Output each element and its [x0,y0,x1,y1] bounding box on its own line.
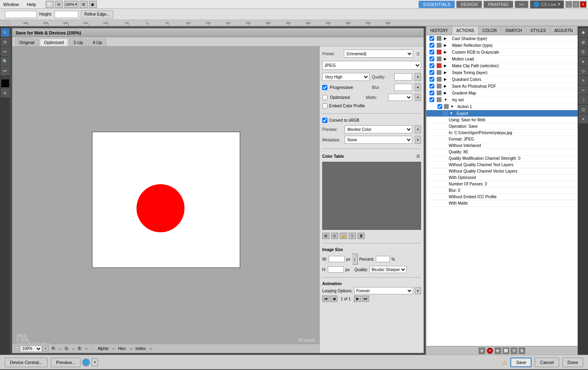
panel-tab-color[interactable]: COLOR [479,26,502,35]
action-save-pdf[interactable]: ▶ Save As Photoshop PDF [426,83,578,90]
quality-dropdown-btn[interactable]: ▾ [415,73,421,81]
minus-zoom[interactable]: - [15,346,19,351]
refine-edge-btn[interactable]: Refine Edge... [81,10,113,18]
ct-btn-lock[interactable]: 🔒 [340,233,347,239]
format-select[interactable]: JPEG PNG-8 PNG-24 GIF [322,61,421,70]
tool-lasso[interactable]: ⟳ [1,38,10,46]
panel-tab-swatch[interactable]: SWATCH [501,26,526,35]
rt-btn-10[interactable]: ✕ [579,115,588,123]
action-quad-check[interactable] [429,77,434,82]
toolbar-zoom-select[interactable]: 100% ▾ [64,1,78,8]
looping-dropdown-btn[interactable]: ▾ [415,287,421,294]
preset-menu-icon[interactable]: ☰ [415,50,421,57]
play-action-btn[interactable]: ▶ [495,348,501,354]
stop-btn[interactable]: ■ [479,348,485,354]
workspace-btn-essentials[interactable]: ESSENTIALS [419,1,455,8]
ct-btn-map[interactable]: ⊞ [322,233,329,239]
cs-live-btn[interactable]: CS Live ▾ [530,0,564,8]
action-expand-3[interactable]: ▶ [444,50,450,54]
embed-color-checkbox[interactable] [322,103,327,109]
action-myset-folder[interactable]: ▼ my set [426,97,578,103]
rt-btn-1[interactable]: ✱ [579,28,588,37]
tool-crop[interactable]: ✂ [1,47,10,56]
rt-btn-3[interactable]: ☰ [579,47,588,56]
action-expand-7[interactable]: ▶ [444,77,450,81]
is-quality-select[interactable]: Bicubic Sharper [369,266,407,273]
progressive-checkbox[interactable] [322,85,327,90]
action-export-expand[interactable]: ▼ [450,111,455,115]
width-input[interactable] [5,11,37,18]
preset-select[interactable]: [Unnamed] [344,50,413,58]
action-water-ref-check[interactable] [429,43,434,48]
panel-tab-styles[interactable]: STYLES [526,26,550,35]
image-width-input[interactable]: 399 [329,256,345,262]
preview-btn[interactable]: Preview... [51,358,80,367]
device-central-btn[interactable]: Device Central... [5,358,48,367]
action-expand-1[interactable]: ▶ [444,36,450,40]
play-prev-btn[interactable]: ◀ [330,296,337,302]
tab-4up[interactable]: 4-Up [88,38,106,46]
ct-btn-web[interactable]: ⊙ [331,233,338,239]
preview-select[interactable]: Monitor Color [345,125,412,133]
panel-tab-adjustn[interactable]: ADJUSTN [550,26,577,35]
optimized-checkbox[interactable] [322,95,327,100]
zoom-select[interactable]: 100% 50% 200% [20,346,42,352]
toolbar-icon-1[interactable]: ⬜ [46,1,54,8]
panel-tab-history[interactable]: HISTORY [426,26,452,35]
rt-btn-7[interactable]: ✂ [579,86,588,95]
toolbar-icon-4[interactable]: ▣ [89,1,97,8]
action-gradient-check[interactable] [429,90,434,95]
close-btn[interactable]: ✕ [580,1,586,8]
percent-input[interactable]: 100 [376,256,390,262]
tool-zoom[interactable]: 🔍 [1,57,10,66]
action-expand-5[interactable]: ▶ [444,64,450,68]
globe-btn[interactable]: 🌐 [82,358,90,366]
matte-dropdown-btn[interactable]: ▾ [415,94,421,101]
action-clip-check[interactable] [429,63,434,68]
tool-toggle[interactable]: ⊞ [1,88,10,97]
action-molten-check[interactable] [429,56,434,61]
blur-input[interactable]: 0 [394,84,412,91]
tool-eyedropper[interactable]: ✏ [1,66,10,75]
tab-optimized[interactable]: Optimized [40,38,68,46]
action-1-expand[interactable]: ▼ [450,105,456,109]
play-last-btn[interactable]: ⏭ [362,296,369,302]
play-next-btn[interactable]: ▶ [354,296,361,302]
action-sepia[interactable]: ▶ Sepia Toning (layer) [426,69,578,76]
workspace-btn-painting[interactable]: PAINTING [484,1,513,8]
rt-btn-5[interactable]: ⊙ [579,66,588,75]
action-custom-rgb-check[interactable] [429,50,434,54]
action-pdf-check[interactable] [429,84,434,88]
action-expand-4[interactable]: ▶ [444,57,450,61]
done-btn[interactable]: Done [562,358,583,367]
preview-dropdown[interactable]: ▾ [92,358,98,366]
workspace-btn-more[interactable]: >> [515,1,529,8]
action-1-check[interactable] [437,104,442,109]
workspace-btn-design[interactable]: DESIGN [456,1,482,8]
tab-2up[interactable]: 2-Up [69,38,87,46]
rt-btn-9[interactable]: ⊡ [579,105,588,114]
action-cast-shadow[interactable]: ▶ Cast Shadow (type) [426,35,578,42]
action-custom-rgb[interactable]: ▶ Custom RGB to Grayscale [426,49,578,56]
save-btn[interactable]: Save [510,358,532,367]
menu-window[interactable]: Window [2,1,20,8]
action-gradient-map[interactable]: ▶ Gradient Map [426,90,578,97]
action-expand-9[interactable]: ▶ [444,91,450,95]
rt-btn-8[interactable]: ☽ [579,95,588,104]
tab-original[interactable]: Original [15,38,39,46]
preview-dropdown-btn[interactable]: ▾ [415,125,421,133]
play-first-btn[interactable]: ⏮ [322,296,329,302]
tool-selection[interactable]: ↖ [1,28,10,37]
quality-value-input[interactable]: 80 [394,73,412,80]
panel-tab-actions[interactable]: ACTIONS [452,26,478,35]
rt-btn-2[interactable]: ⊞ [579,38,588,46]
height-input[interactable] [54,11,78,18]
minimize-btn[interactable]: _ [566,1,572,8]
rt-btn-4[interactable]: ♦ [579,57,588,66]
record-btn[interactable]: ● [487,348,493,354]
tool-foreground[interactable] [1,79,10,88]
menu-help[interactable]: Help [25,1,38,8]
action-cast-shadow-check[interactable] [429,36,434,41]
rt-btn-6[interactable]: ✎ [579,76,588,85]
plus-zoom[interactable]: + [43,346,48,351]
